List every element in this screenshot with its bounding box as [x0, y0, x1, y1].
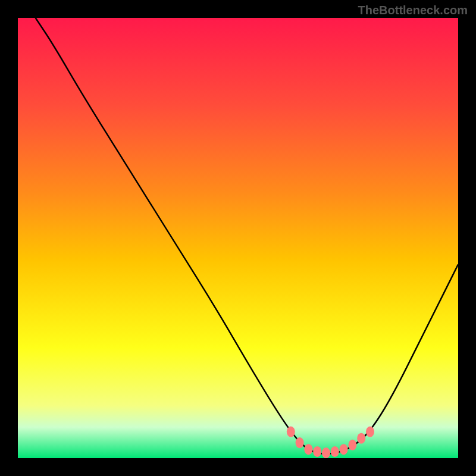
watermark-text: TheBottleneck.com: [358, 4, 468, 17]
marker-dot: [313, 446, 321, 457]
marker-dot: [322, 447, 330, 458]
bottleneck-chart: [0, 0, 476, 476]
marker-dot: [366, 427, 374, 437]
marker-dot: [340, 444, 348, 455]
chart-container: TheBottleneck.com: [0, 0, 476, 476]
marker-dot: [304, 444, 312, 455]
marker-dot: [296, 437, 304, 448]
plot-background: [18, 18, 458, 458]
marker-dot: [348, 440, 356, 450]
marker-dot: [287, 427, 295, 437]
marker-dot: [357, 433, 365, 444]
marker-dot: [331, 446, 339, 457]
